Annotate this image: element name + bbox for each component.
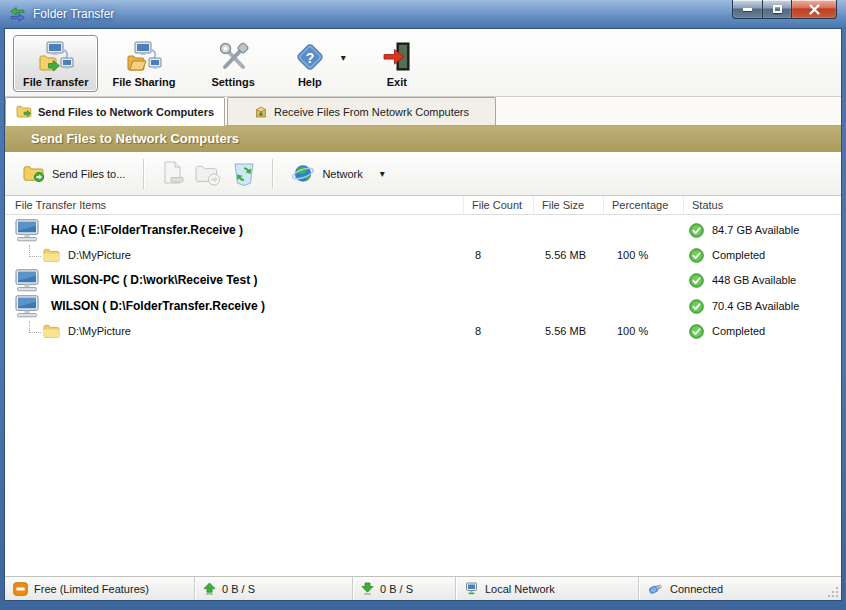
exit-button[interactable]: Exit [370, 35, 424, 92]
list-item[interactable]: WILSON ( D:\FolderTransfer.Receive ) 70.… [5, 293, 841, 319]
send-files-to-label: Send Files to... [52, 168, 125, 180]
minimize-button[interactable] [732, 0, 762, 19]
computer-icon [15, 219, 42, 242]
item-name-cell: D:\MyPicture [15, 243, 376, 267]
tab-receive-files[interactable]: Receive Files From Netowrk Computers [227, 97, 496, 125]
settings-label: Settings [211, 76, 254, 88]
main-toolbar: File Transfer File S [5, 29, 841, 97]
list-item[interactable]: D:\MyPicture 8 5.56 MB 100 % Completed [5, 319, 841, 343]
globe-icon [291, 163, 315, 184]
file-transfer-icon [38, 40, 74, 74]
percentage-value: 100 % [617, 243, 681, 267]
network-dropdown-button[interactable]: Network ▾ [283, 159, 392, 188]
upload-speed-text: 0 B / S [222, 583, 255, 595]
column-percentage[interactable]: Percentage [603, 196, 683, 214]
status-ok-icon [689, 299, 704, 314]
status-ok-icon [689, 324, 704, 339]
refresh-button[interactable] [226, 158, 262, 190]
tree-branch [29, 321, 41, 333]
column-file-count[interactable]: File Count [463, 196, 533, 214]
list-item[interactable]: D:\MyPicture 8 5.56 MB 100 % Completed [5, 243, 841, 267]
help-icon: ? [293, 40, 327, 74]
list-item[interactable]: HAO ( E:\FolderTransfer.Receive ) 84.7 G… [5, 217, 841, 243]
percentage-value [617, 293, 681, 319]
window-controls [732, 0, 837, 19]
status-ok-icon [689, 273, 704, 288]
status-text: 448 GB Available [712, 274, 796, 286]
send-files-to-button[interactable]: Send Files to... [15, 161, 133, 186]
item-name: WILSON ( D:\FolderTransfer.Receive ) [51, 299, 265, 313]
item-name-cell: WILSON-PC ( D:\work\Receive Test ) [15, 267, 376, 293]
license-text: Free (Limited Features) [34, 583, 149, 595]
file-size-value [545, 293, 605, 319]
remove-file-button[interactable] [154, 158, 190, 190]
app-transfer-icon [8, 5, 26, 23]
settings-icon [216, 40, 250, 74]
tree-branch [29, 245, 41, 257]
status-cell: Completed [689, 319, 837, 343]
toolbar-separator [143, 159, 144, 189]
file-size-value [545, 267, 605, 293]
status-text: Completed [712, 325, 765, 337]
tab-send-files[interactable]: Send Files to Network Computers [5, 97, 225, 126]
item-name-cell: HAO ( E:\FolderTransfer.Receive ) [15, 217, 376, 243]
download-speed-panel: 0 B / S [353, 577, 456, 600]
local-network-icon [464, 582, 479, 596]
folder-icon [43, 248, 60, 262]
percentage-value [617, 267, 681, 293]
settings-button[interactable]: Settings [201, 35, 264, 92]
item-name-cell: D:\MyPicture [15, 319, 376, 343]
plug-icon [647, 582, 664, 596]
refresh-icon [231, 161, 257, 187]
tab-send-files-label: Send Files to Network Computers [38, 106, 214, 118]
help-button[interactable]: ? Help [283, 35, 337, 92]
percentage-value [617, 217, 681, 243]
file-sharing-label: File Sharing [112, 76, 175, 88]
folder-send-icon [194, 161, 222, 187]
status-cell: 448 GB Available [689, 267, 837, 293]
column-status[interactable]: Status [683, 196, 841, 214]
section-title: Send Files to Network Computers [5, 126, 841, 152]
exit-label: Exit [387, 76, 407, 88]
file-count-value [475, 267, 531, 293]
send-folder-icon [16, 105, 32, 118]
remove-file-icon [159, 160, 186, 187]
item-name-cell: WILSON ( D:\FolderTransfer.Receive ) [15, 293, 376, 319]
status-text: Completed [712, 249, 765, 261]
column-file-size[interactable]: File Size [533, 196, 603, 214]
status-cell: 70.4 GB Available [689, 293, 837, 319]
local-network-text: Local Network [485, 583, 555, 595]
file-sharing-icon [126, 40, 162, 74]
network-label: Network [322, 168, 362, 180]
client-area: File Transfer File S [4, 28, 842, 601]
computer-icon [15, 295, 42, 318]
file-sharing-button[interactable]: File Sharing [102, 35, 185, 92]
file-transfer-label: File Transfer [23, 76, 88, 88]
connection-panel: Connected [639, 577, 841, 600]
tab-receive-files-label: Receive Files From Netowrk Computers [274, 106, 469, 118]
help-dropdown-arrow-icon[interactable]: ▾ [341, 52, 346, 63]
close-icon [808, 4, 821, 15]
status-ok-icon [689, 248, 704, 263]
column-file-transfer-items[interactable]: File Transfer Items [7, 196, 106, 214]
close-button[interactable] [791, 0, 837, 19]
window-title: Folder Transfer [33, 7, 114, 21]
maximize-button[interactable] [762, 0, 791, 19]
folder-icon [43, 324, 60, 338]
file-transfer-button[interactable]: File Transfer [13, 35, 98, 92]
file-count-value [475, 293, 531, 319]
resize-grip[interactable] [828, 587, 838, 597]
status-text: 84.7 GB Available [712, 224, 799, 236]
item-name: D:\MyPicture [68, 325, 131, 337]
file-count-value: 8 [475, 319, 531, 343]
tab-bar: Send Files to Network Computers Receive … [5, 97, 841, 126]
upload-speed-panel: 0 B / S [195, 577, 353, 600]
svg-text:?: ? [306, 50, 315, 66]
status-text: 70.4 GB Available [712, 300, 799, 312]
list-item[interactable]: WILSON-PC ( D:\work\Receive Test ) 448 G… [5, 267, 841, 293]
download-speed-text: 0 B / S [380, 583, 413, 595]
connection-text: Connected [670, 583, 723, 595]
network-caret-icon: ▾ [380, 168, 385, 179]
send-folder-disabled-button[interactable] [190, 158, 226, 190]
exit-icon [380, 40, 414, 74]
